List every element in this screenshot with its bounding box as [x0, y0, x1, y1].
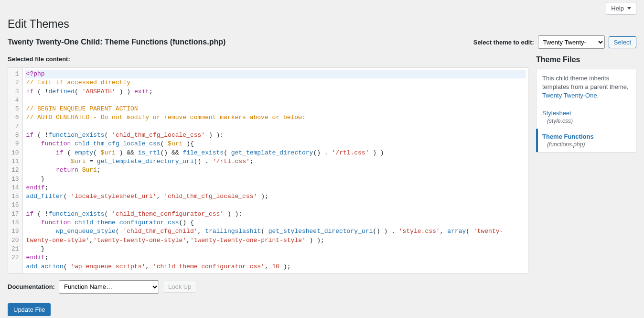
theme-file-label[interactable]: Theme Functions [542, 133, 630, 140]
code-line[interactable]: function chld_thm_cfg_locale_css( $uri )… [25, 140, 526, 148]
chevron-down-icon [627, 7, 631, 10]
theme-file-item[interactable]: Theme Functions(functions.php) [536, 129, 636, 152]
code-line[interactable] [25, 122, 526, 131]
sidebar-box: This child theme inherits templates from… [536, 69, 636, 153]
code-line[interactable]: return $uri; [25, 166, 526, 175]
update-file-button[interactable]: Update File [8, 303, 51, 316]
sidebar-heading: Theme Files [536, 55, 636, 64]
page-title: Edit Themes [8, 18, 636, 31]
parent-theme-link[interactable]: Twenty Twenty-One [542, 92, 597, 99]
code-line[interactable]: add_action( 'wp_enqueue_scripts', 'child… [25, 263, 526, 271]
code-line[interactable]: if ( !function_exists( 'chld_thm_cfg_loc… [25, 131, 526, 140]
help-button[interactable]: Help [606, 2, 636, 15]
code-editor[interactable]: 12345678910111213141516171819202122 <?ph… [8, 67, 528, 274]
code-line[interactable] [25, 96, 526, 105]
code-line[interactable]: if ( empty( $uri ) && is_rtl() && file_e… [25, 149, 526, 157]
theme-file-item[interactable]: Stylesheet(style.css) [537, 105, 636, 129]
code-body[interactable]: <?php// Exit if accessed directlyif ( !d… [23, 68, 528, 273]
code-line[interactable]: $uri = get_template_directory_uri() . '/… [25, 157, 526, 166]
theme-file-sub: (style.css) [542, 118, 630, 124]
line-gutter: 12345678910111213141516171819202122 [8, 68, 23, 273]
code-line[interactable]: // Exit if accessed directly [25, 78, 526, 87]
lookup-button[interactable]: Look Up [163, 281, 196, 293]
code-line[interactable]: function child_theme_configurator_css() … [25, 219, 526, 227]
code-line[interactable]: wp_enqueue_style( 'chld_thm_cfg_child', … [25, 227, 526, 245]
sidebar-info: This child theme inherits templates from… [537, 69, 636, 105]
help-label: Help [611, 5, 624, 12]
select-button[interactable]: Select [609, 36, 636, 48]
code-line[interactable]: endif; [25, 253, 526, 262]
code-line[interactable]: } [25, 175, 526, 184]
file-heading: Twenty Twenty-One Child: Theme Functions… [8, 38, 225, 46]
documentation-label: Documentation: [8, 283, 55, 290]
code-line[interactable]: if ( !defined( 'ABSPATH' ) ) exit; [25, 88, 526, 96]
code-line[interactable] [25, 201, 526, 209]
theme-file-label[interactable]: Stylesheet [542, 110, 630, 117]
code-line[interactable]: } [25, 245, 526, 253]
code-line[interactable]: add_filter( 'locale_stylesheet_uri', 'ch… [25, 192, 526, 201]
documentation-select[interactable]: Function Name… [59, 280, 159, 294]
code-line[interactable]: if ( !function_exists( 'child_theme_conf… [25, 210, 526, 219]
selected-file-label: Selected file content: [8, 55, 528, 63]
code-line[interactable]: // BEGIN ENQUEUE PARENT ACTION [25, 105, 526, 113]
code-line[interactable]: <?php [25, 70, 526, 78]
theme-file-sub: (functions.php) [542, 141, 630, 148]
code-line[interactable]: // AUTO GENERATED - Do not modify or rem… [25, 113, 526, 122]
select-theme-label: Select theme to edit: [473, 39, 534, 46]
code-line[interactable]: endif; [25, 184, 526, 192]
theme-select[interactable]: Twenty Twenty-One Child [538, 35, 605, 49]
